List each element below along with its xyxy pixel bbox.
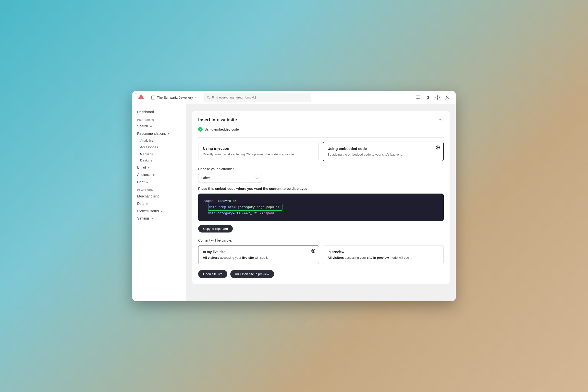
sidebar-item-label: System status bbox=[137, 209, 159, 213]
sidebar-item-recommendations[interactable]: Recommendations ▾ bbox=[132, 130, 186, 137]
sidebar-sub-item-label: Content bbox=[140, 152, 153, 156]
sidebar-item-label: Merchandising bbox=[137, 194, 160, 198]
code-line-1: <span class="clerk" bbox=[204, 198, 438, 204]
chevron-right-icon: ▶ bbox=[146, 202, 148, 205]
sidebar-sub-item-label: Designs bbox=[140, 158, 152, 162]
help-circle-icon[interactable] bbox=[434, 94, 441, 101]
platform-value: Other bbox=[202, 176, 210, 180]
sidebar: Dashboard PRODUCTS Search ▶ Recommendati… bbox=[132, 104, 186, 301]
sidebar-sub-item-label: Accessories bbox=[140, 145, 158, 149]
search-icon bbox=[207, 96, 210, 99]
copy-to-clipboard-button[interactable]: Copy to clipboard bbox=[198, 225, 233, 232]
user-icon[interactable] bbox=[444, 94, 451, 101]
card-title: Insert into website bbox=[198, 117, 237, 122]
sidebar-section-platform: PLATFORM bbox=[132, 186, 186, 192]
method-card-injection-desc: Directly from this store, letting Clerk.… bbox=[203, 152, 314, 156]
sidebar-item-audience[interactable]: Audience ▶ bbox=[132, 171, 186, 178]
store-name: The Schwartz Jewellery bbox=[157, 96, 193, 100]
visibility-radio-live bbox=[312, 249, 315, 253]
svg-rect-4 bbox=[416, 96, 420, 99]
top-bar-actions bbox=[414, 94, 451, 101]
card-header: Insert into website bbox=[198, 116, 444, 123]
logo[interactable] bbox=[137, 93, 145, 102]
chevron-right-icon: ▶ bbox=[161, 210, 163, 212]
main-card: Insert into website Using embedded code bbox=[192, 110, 450, 284]
chevron-right-icon: ▶ bbox=[146, 181, 148, 184]
app-window: The Schwartz Jewellery ▾ bbox=[132, 91, 456, 301]
chat-bubble-icon[interactable] bbox=[414, 94, 422, 101]
visibility-card-live-desc: All visitors accessing your live site wi… bbox=[203, 256, 314, 260]
sidebar-item-dashboard[interactable]: Dashboard bbox=[132, 108, 186, 116]
sidebar-item-label: Dashboard bbox=[137, 110, 154, 114]
visibility-card-preview-title: In preview bbox=[328, 250, 439, 254]
sidebar-item-label: Email bbox=[137, 166, 146, 169]
method-card-injection[interactable]: Using injection Directly from this store… bbox=[198, 142, 319, 161]
chevron-down-icon bbox=[255, 176, 259, 180]
chevron-right-icon: ▶ bbox=[152, 217, 154, 220]
svg-marker-1 bbox=[138, 94, 144, 99]
status-row: Using embedded code bbox=[198, 127, 444, 132]
sidebar-item-email[interactable]: Email ▶ bbox=[132, 164, 186, 171]
status-dot-icon bbox=[198, 127, 202, 132]
sidebar-item-search[interactable]: Search ▶ bbox=[132, 122, 186, 130]
status-text: Using embedded code bbox=[204, 128, 239, 131]
sidebar-sub-item-designs[interactable]: Designs bbox=[132, 157, 186, 164]
visibility-card-preview[interactable]: In preview All visitors accessing your s… bbox=[323, 245, 444, 264]
sidebar-item-label: Chat bbox=[137, 180, 144, 184]
chevron-down-icon: ▾ bbox=[194, 96, 196, 99]
sidebar-item-label: Data bbox=[137, 202, 144, 206]
sidebar-sub-item-accessories[interactable]: Accessories bbox=[132, 144, 186, 150]
svg-point-6 bbox=[437, 98, 438, 99]
chevron-right-icon: ▶ bbox=[150, 125, 152, 128]
open-site-preview-label: Open site in preview bbox=[240, 272, 269, 276]
megaphone-icon[interactable] bbox=[424, 94, 431, 101]
sidebar-item-label: Search bbox=[137, 124, 148, 128]
open-site-live-button[interactable]: Open site live bbox=[198, 270, 227, 278]
sidebar-sub-item-content[interactable]: Content bbox=[132, 150, 186, 157]
svg-point-3 bbox=[207, 96, 209, 98]
sidebar-item-label: Recommendations bbox=[137, 132, 166, 136]
chevron-down-icon: ▾ bbox=[168, 132, 169, 135]
sidebar-item-system-status[interactable]: System status ▶ bbox=[132, 207, 186, 214]
visibility-card-preview-desc: All visitors accessing your site in prev… bbox=[328, 256, 439, 260]
method-card-embedded-radio bbox=[436, 146, 440, 150]
svg-rect-2 bbox=[152, 96, 155, 99]
divider bbox=[198, 138, 444, 138]
sidebar-sub-item-analytics[interactable]: Analytics bbox=[132, 137, 186, 144]
visibility-label: Content will be visible: bbox=[198, 238, 444, 242]
search-bar[interactable] bbox=[204, 93, 312, 102]
code-block: <span class="clerk" data-template="@cate… bbox=[198, 194, 444, 221]
sidebar-section-products: PRODUCTS bbox=[132, 116, 186, 122]
required-marker: * bbox=[233, 167, 234, 171]
platform-select[interactable]: Other bbox=[198, 173, 262, 183]
visibility-card-live[interactable]: In my live site All visitors accessing y… bbox=[198, 245, 319, 264]
sidebar-item-merchandising[interactable]: Merchandising bbox=[132, 192, 186, 200]
sidebar-item-chat[interactable]: Chat ▶ bbox=[132, 178, 186, 186]
content-area: Insert into website Using embedded code bbox=[186, 104, 456, 301]
method-card-embedded-title: Using embedded code bbox=[328, 146, 439, 151]
platform-form-group: Choose your platform: * Other bbox=[198, 167, 444, 183]
sidebar-item-label: Audience bbox=[137, 173, 152, 177]
action-buttons: Open site live Open site in preview bbox=[198, 270, 444, 278]
code-line-3: data-category=CATEGORY_ID" ></span> bbox=[204, 211, 438, 216]
sidebar-sub-item-label: Analytics bbox=[140, 139, 153, 142]
collapse-button[interactable] bbox=[437, 116, 444, 123]
sidebar-item-data[interactable]: Data ▶ bbox=[132, 200, 186, 207]
platform-label: Choose your platform: * bbox=[198, 167, 444, 171]
store-selector[interactable]: The Schwartz Jewellery ▾ bbox=[149, 94, 198, 101]
svg-point-9 bbox=[236, 274, 238, 275]
visibility-card-live-title: In my live site bbox=[203, 250, 314, 254]
method-card-injection-title: Using injection bbox=[203, 146, 314, 150]
method-card-embedded[interactable]: Using embedded code By adding the embedd… bbox=[323, 142, 444, 161]
chevron-right-icon: ▶ bbox=[153, 174, 155, 176]
sidebar-item-settings[interactable]: Settings ▶ bbox=[132, 214, 186, 222]
main-layout: Dashboard PRODUCTS Search ▶ Recommendati… bbox=[132, 104, 456, 301]
top-bar: The Schwartz Jewellery ▾ bbox=[132, 91, 456, 104]
code-line-2: data-template="@category-page-popular" bbox=[204, 204, 438, 211]
open-site-preview-button[interactable]: Open site in preview bbox=[230, 270, 274, 278]
svg-point-7 bbox=[447, 96, 448, 98]
chevron-right-icon: ▶ bbox=[148, 166, 150, 169]
method-card-embedded-desc: By adding the embedded code to your site… bbox=[328, 153, 439, 156]
search-input[interactable] bbox=[212, 96, 308, 99]
eye-icon bbox=[235, 272, 239, 276]
